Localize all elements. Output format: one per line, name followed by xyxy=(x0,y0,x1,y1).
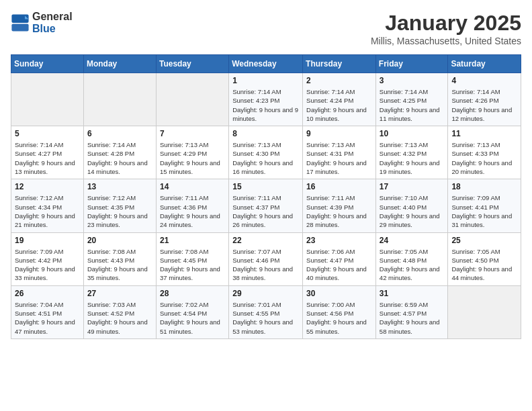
calendar-cell: 17Sunrise: 7:10 AMSunset: 4:40 PMDayligh… xyxy=(375,179,448,232)
calendar-table: SundayMondayTuesdayWednesdayThursdayFrid… xyxy=(11,54,521,339)
day-info: Sunrise: 7:04 AMSunset: 4:51 PMDaylight:… xyxy=(15,300,80,336)
calendar-cell: 3Sunrise: 7:14 AMSunset: 4:25 PMDaylight… xyxy=(375,73,448,126)
day-info: Sunrise: 7:12 AMSunset: 4:35 PMDaylight:… xyxy=(87,193,152,229)
weekday-header-thursday: Thursday xyxy=(303,55,376,73)
day-number: 31 xyxy=(380,289,445,298)
day-number: 6 xyxy=(87,129,152,138)
day-number: 21 xyxy=(160,236,225,245)
weekday-header-wednesday: Wednesday xyxy=(229,55,303,73)
calendar-cell xyxy=(11,73,84,126)
day-info: Sunrise: 7:01 AMSunset: 4:55 PMDaylight:… xyxy=(232,300,299,336)
day-number: 22 xyxy=(232,236,299,245)
day-number: 1 xyxy=(232,76,299,85)
calendar-cell: 13Sunrise: 7:12 AMSunset: 4:35 PMDayligh… xyxy=(83,179,156,232)
day-info: Sunrise: 7:12 AMSunset: 4:34 PMDaylight:… xyxy=(15,193,80,229)
day-number: 30 xyxy=(306,289,372,298)
day-info: Sunrise: 7:02 AMSunset: 4:54 PMDaylight:… xyxy=(160,300,225,336)
logo: General Blue xyxy=(11,11,73,35)
day-number: 4 xyxy=(451,76,517,85)
weekday-header-tuesday: Tuesday xyxy=(156,55,228,73)
calendar-cell xyxy=(83,73,156,126)
calendar-cell: 22Sunrise: 7:07 AMSunset: 4:46 PMDayligh… xyxy=(229,232,303,285)
day-number: 15 xyxy=(232,182,299,191)
day-info: Sunrise: 6:59 AMSunset: 4:57 PMDaylight:… xyxy=(380,300,445,336)
day-info: Sunrise: 7:11 AMSunset: 4:37 PMDaylight:… xyxy=(232,193,299,229)
weekday-header-row: SundayMondayTuesdayWednesdayThursdayFrid… xyxy=(11,55,521,73)
day-number: 14 xyxy=(160,182,225,191)
calendar-cell: 20Sunrise: 7:08 AMSunset: 4:43 PMDayligh… xyxy=(83,232,156,285)
calendar-cell xyxy=(156,73,228,126)
calendar-week-3: 12Sunrise: 7:12 AMSunset: 4:34 PMDayligh… xyxy=(11,179,521,232)
day-number: 18 xyxy=(451,182,517,191)
calendar-cell: 27Sunrise: 7:03 AMSunset: 4:52 PMDayligh… xyxy=(83,285,156,338)
weekday-header-saturday: Saturday xyxy=(448,55,521,73)
calendar-cell: 21Sunrise: 7:08 AMSunset: 4:45 PMDayligh… xyxy=(156,232,228,285)
day-info: Sunrise: 7:14 AMSunset: 4:28 PMDaylight:… xyxy=(87,140,152,176)
day-info: Sunrise: 7:09 AMSunset: 4:42 PMDaylight:… xyxy=(15,247,80,283)
day-info: Sunrise: 7:14 AMSunset: 4:27 PMDaylight:… xyxy=(15,140,80,176)
logo-icon xyxy=(11,13,30,32)
day-info: Sunrise: 7:08 AMSunset: 4:45 PMDaylight:… xyxy=(160,247,225,283)
day-number: 3 xyxy=(380,76,445,85)
calendar-week-2: 5Sunrise: 7:14 AMSunset: 4:27 PMDaylight… xyxy=(11,126,521,179)
day-info: Sunrise: 7:13 AMSunset: 4:30 PMDaylight:… xyxy=(232,140,299,176)
day-number: 19 xyxy=(15,236,80,245)
weekday-header-friday: Friday xyxy=(375,55,448,73)
calendar-cell: 25Sunrise: 7:05 AMSunset: 4:50 PMDayligh… xyxy=(448,232,521,285)
logo-blue: Blue xyxy=(32,23,56,34)
calendar-cell: 26Sunrise: 7:04 AMSunset: 4:51 PMDayligh… xyxy=(11,285,84,338)
day-info: Sunrise: 7:14 AMSunset: 4:24 PMDaylight:… xyxy=(306,87,372,123)
day-info: Sunrise: 7:03 AMSunset: 4:52 PMDaylight:… xyxy=(87,300,152,336)
calendar-cell: 24Sunrise: 7:05 AMSunset: 4:48 PMDayligh… xyxy=(375,232,448,285)
day-info: Sunrise: 7:07 AMSunset: 4:46 PMDaylight:… xyxy=(232,247,299,283)
day-info: Sunrise: 7:14 AMSunset: 4:26 PMDaylight:… xyxy=(451,87,517,123)
day-info: Sunrise: 7:13 AMSunset: 4:33 PMDaylight:… xyxy=(451,140,517,176)
calendar-header: SundayMondayTuesdayWednesdayThursdayFrid… xyxy=(11,55,521,73)
day-number: 5 xyxy=(15,129,80,138)
weekday-header-monday: Monday xyxy=(83,55,156,73)
day-number: 20 xyxy=(87,236,152,245)
calendar-cell: 19Sunrise: 7:09 AMSunset: 4:42 PMDayligh… xyxy=(11,232,84,285)
day-info: Sunrise: 7:06 AMSunset: 4:47 PMDaylight:… xyxy=(306,247,372,283)
calendar-cell: 2Sunrise: 7:14 AMSunset: 4:24 PMDaylight… xyxy=(303,73,376,126)
calendar-cell: 1Sunrise: 7:14 AMSunset: 4:23 PMDaylight… xyxy=(229,73,303,126)
weekday-header-sunday: Sunday xyxy=(11,55,84,73)
day-number: 8 xyxy=(232,129,299,138)
day-number: 10 xyxy=(380,129,445,138)
day-number: 27 xyxy=(87,289,152,298)
logo-text: General Blue xyxy=(32,11,73,35)
calendar-cell: 5Sunrise: 7:14 AMSunset: 4:27 PMDaylight… xyxy=(11,126,84,179)
day-info: Sunrise: 7:05 AMSunset: 4:48 PMDaylight:… xyxy=(380,247,445,283)
calendar-cell: 16Sunrise: 7:11 AMSunset: 4:39 PMDayligh… xyxy=(303,179,376,232)
page-header: General Blue January 2025 Millis, Massac… xyxy=(11,11,521,46)
day-info: Sunrise: 7:09 AMSunset: 4:41 PMDaylight:… xyxy=(451,193,517,229)
calendar-cell: 10Sunrise: 7:13 AMSunset: 4:32 PMDayligh… xyxy=(375,126,448,179)
day-info: Sunrise: 7:13 AMSunset: 4:32 PMDaylight:… xyxy=(380,140,445,176)
calendar-week-4: 19Sunrise: 7:09 AMSunset: 4:42 PMDayligh… xyxy=(11,232,521,285)
calendar-cell: 11Sunrise: 7:13 AMSunset: 4:33 PMDayligh… xyxy=(448,126,521,179)
calendar-week-5: 26Sunrise: 7:04 AMSunset: 4:51 PMDayligh… xyxy=(11,285,521,338)
day-info: Sunrise: 7:11 AMSunset: 4:39 PMDaylight:… xyxy=(306,193,372,229)
calendar-cell: 31Sunrise: 6:59 AMSunset: 4:57 PMDayligh… xyxy=(375,285,448,338)
day-number: 23 xyxy=(306,236,372,245)
title-block: January 2025 Millis, Massachusetts, Unit… xyxy=(371,11,521,46)
day-info: Sunrise: 7:13 AMSunset: 4:31 PMDaylight:… xyxy=(306,140,372,176)
calendar-cell: 18Sunrise: 7:09 AMSunset: 4:41 PMDayligh… xyxy=(448,179,521,232)
day-info: Sunrise: 7:14 AMSunset: 4:23 PMDaylight:… xyxy=(232,87,299,123)
day-number: 16 xyxy=(306,182,372,191)
calendar-cell: 6Sunrise: 7:14 AMSunset: 4:28 PMDaylight… xyxy=(83,126,156,179)
calendar-cell: 12Sunrise: 7:12 AMSunset: 4:34 PMDayligh… xyxy=(11,179,84,232)
calendar-cell: 23Sunrise: 7:06 AMSunset: 4:47 PMDayligh… xyxy=(303,232,376,285)
day-info: Sunrise: 7:13 AMSunset: 4:29 PMDaylight:… xyxy=(160,140,225,176)
calendar-subtitle: Millis, Massachusetts, United States xyxy=(371,36,521,46)
day-number: 17 xyxy=(380,182,445,191)
calendar-title: January 2025 xyxy=(371,11,521,36)
day-info: Sunrise: 7:00 AMSunset: 4:56 PMDaylight:… xyxy=(306,300,372,336)
day-info: Sunrise: 7:10 AMSunset: 4:40 PMDaylight:… xyxy=(380,193,445,229)
calendar-cell: 15Sunrise: 7:11 AMSunset: 4:37 PMDayligh… xyxy=(229,179,303,232)
day-number: 2 xyxy=(306,76,372,85)
day-info: Sunrise: 7:14 AMSunset: 4:25 PMDaylight:… xyxy=(380,87,445,123)
calendar-cell: 29Sunrise: 7:01 AMSunset: 4:55 PMDayligh… xyxy=(229,285,303,338)
day-number: 29 xyxy=(232,289,299,298)
day-number: 7 xyxy=(160,129,225,138)
